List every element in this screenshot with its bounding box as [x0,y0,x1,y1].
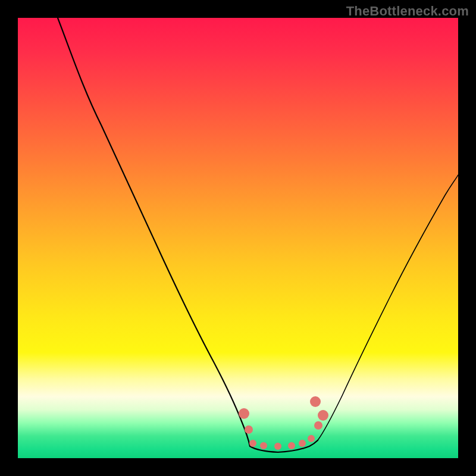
right-branch [318,175,458,440]
marker-right-upper-2 [318,410,328,421]
plot-area [18,18,458,458]
marker-bottom-3 [274,443,281,450]
marker-bottom-6 [308,435,315,442]
marker-left-mid [245,425,253,434]
chart-stage: TheBottleneck.com [0,0,476,476]
marker-right-upper-1 [310,396,321,407]
marker-right-mid [314,421,322,430]
chart-svg [18,18,458,458]
left-branch [58,18,250,446]
marker-bottom-5 [299,440,306,447]
marker-bottom-4 [288,442,295,449]
watermark-text: TheBottleneck.com [346,4,469,19]
marker-bottom-1 [249,440,256,447]
marker-left-upper [239,408,249,419]
marker-bottom-2 [260,442,267,449]
